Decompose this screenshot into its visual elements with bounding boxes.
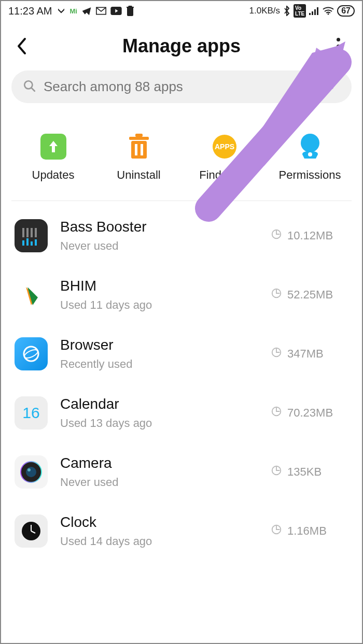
permissions-button[interactable]: Permissions	[271, 132, 349, 182]
svg-point-6	[328, 13, 329, 15]
svg-rect-4	[314, 9, 316, 15]
svg-rect-2	[309, 13, 311, 15]
bluetooth-icon	[283, 6, 290, 16]
search-bar[interactable]	[11, 70, 352, 103]
telegram-icon	[81, 6, 92, 16]
svg-text:APPS: APPS	[214, 142, 234, 151]
app-usage: Never used	[60, 476, 258, 489]
storage-icon	[271, 347, 282, 361]
svg-rect-26	[35, 239, 37, 246]
app-name: BHIM	[60, 278, 258, 294]
updates-button[interactable]: Updates	[15, 132, 92, 182]
app-usage: Used 13 days ago	[60, 417, 258, 430]
app-usage: Used 14 days ago	[60, 535, 258, 548]
back-button[interactable]	[16, 37, 34, 55]
uninstall-button[interactable]: Uninstall	[100, 132, 178, 182]
more-options-button[interactable]	[329, 38, 347, 55]
find-apps-icon: APPS	[210, 132, 239, 161]
svg-rect-23	[22, 240, 24, 246]
updates-label: Updates	[32, 168, 75, 182]
app-row-calendar[interactable]: 16 Calendar Used 13 days ago 70.23MB	[11, 383, 352, 442]
wifi-icon	[323, 7, 334, 15]
svg-rect-21	[31, 228, 33, 237]
app-name: Browser	[60, 337, 258, 353]
search-icon	[23, 79, 36, 95]
browser-icon	[15, 337, 48, 370]
uninstall-label: Uninstall	[117, 168, 160, 182]
app-row-camera[interactable]: Camera Never used 135KB	[11, 442, 352, 502]
app-name: Calendar	[60, 396, 258, 412]
uninstall-icon	[124, 132, 153, 161]
svg-rect-22	[35, 228, 37, 237]
svg-rect-11	[129, 137, 149, 140]
clock-icon	[15, 514, 48, 548]
storage-icon	[271, 406, 282, 420]
app-usage: Used 11 days ago	[60, 298, 258, 312]
find-apps-label: Find apps	[199, 168, 249, 182]
volte-icon: VoLTE	[294, 4, 306, 18]
app-list: Bass Booster Never used 10.12MB BHIM Use…	[1, 201, 362, 566]
bhim-icon	[15, 278, 48, 311]
app-size: 10.12MB	[287, 229, 333, 242]
updates-icon	[39, 132, 68, 161]
svg-point-17	[301, 134, 319, 152]
storage-icon	[271, 288, 282, 302]
app-row-bhim[interactable]: BHIM Used 11 days ago 52.25MB	[11, 265, 352, 324]
app-name: Clock	[60, 514, 258, 531]
svg-rect-19	[22, 228, 24, 237]
trash-icon	[126, 6, 134, 16]
app-size: 70.23MB	[287, 406, 333, 420]
svg-rect-10	[131, 141, 147, 159]
app-usage: Recently used	[60, 357, 258, 371]
app-size: 347MB	[287, 347, 324, 361]
svg-rect-24	[26, 238, 29, 246]
svg-line-8	[31, 88, 35, 91]
svg-rect-14	[141, 144, 143, 155]
app-row-bass-booster[interactable]: Bass Booster Never used 10.12MB	[11, 206, 352, 265]
app-name: Camera	[60, 455, 258, 471]
app-size: 52.25MB	[287, 288, 333, 302]
battery-indicator: 67	[337, 5, 355, 17]
youtube-icon	[110, 7, 122, 15]
cast-icon	[57, 6, 66, 16]
search-input[interactable]	[44, 79, 340, 95]
svg-point-35	[26, 467, 36, 477]
storage-icon	[271, 228, 282, 243]
svg-rect-12	[135, 134, 143, 137]
permissions-icon	[296, 132, 325, 161]
permissions-label: Permissions	[279, 168, 341, 182]
svg-point-36	[27, 468, 31, 471]
svg-rect-13	[135, 144, 137, 155]
storage-icon	[271, 524, 282, 538]
gmail-icon	[96, 7, 106, 15]
signal-icon	[309, 7, 319, 15]
status-speed: 1.0KB/s	[249, 6, 281, 16]
app-row-browser[interactable]: Browser Recently used 347MB	[11, 324, 352, 383]
svg-rect-20	[26, 228, 29, 237]
app-name: Bass Booster	[60, 219, 258, 235]
page-title: Manage apps	[122, 35, 241, 57]
svg-rect-3	[312, 11, 313, 15]
find-apps-button[interactable]: APPS Find apps	[186, 132, 263, 182]
mi-credit-icon: Mi	[70, 7, 77, 15]
app-usage: Never used	[60, 239, 258, 253]
bass-booster-icon	[15, 219, 48, 252]
camera-icon	[15, 455, 48, 489]
calendar-icon: 16	[15, 396, 48, 430]
svg-rect-5	[317, 7, 318, 15]
app-size: 135KB	[287, 465, 322, 479]
svg-rect-25	[31, 241, 33, 246]
storage-icon	[271, 465, 282, 479]
status-time: 11:23 AM	[8, 5, 52, 17]
app-row-clock[interactable]: Clock Used 14 days ago 1.16MB	[11, 502, 352, 561]
status-bar: 11:23 AM Mi 1.0KB/s VoLTE 67	[1, 1, 362, 19]
svg-point-18	[308, 152, 312, 156]
app-size: 1.16MB	[287, 524, 327, 538]
